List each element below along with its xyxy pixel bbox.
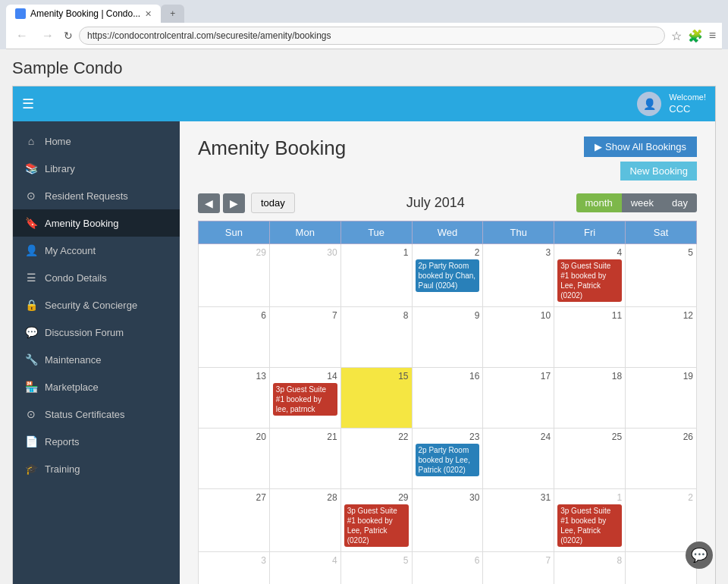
sidebar-label-reports: Reports: [45, 436, 80, 447]
day-number: 29: [202, 247, 266, 258]
day-number: 14: [273, 371, 337, 381]
show-all-bookings-button[interactable]: ▶ Show All Bookings: [584, 137, 697, 157]
cal-prev-button[interactable]: ◀: [198, 193, 220, 213]
refresh-button[interactable]: ↻: [64, 30, 73, 42]
day-number: 2: [629, 492, 693, 503]
table-cell: 15: [340, 368, 412, 429]
cal-event[interactable]: 2p Party Room booked by Lee, Patrick (02…: [416, 444, 480, 476]
training-icon: 🎓: [25, 463, 37, 475]
table-cell: 6: [199, 307, 270, 368]
cal-event[interactable]: 3p Guest Suite #1 booked by Lee, Patrick…: [557, 504, 622, 547]
view-toggle: monthweekday: [576, 193, 697, 212]
view-month-button[interactable]: month: [576, 193, 622, 212]
sidebar-item-library[interactable]: 📚Library: [13, 155, 180, 182]
day-number: 30: [273, 247, 337, 258]
status-certificates-icon: ⊙: [25, 408, 37, 420]
day-number: 2: [416, 247, 480, 258]
calendar-day-header: Thu: [483, 221, 554, 244]
table-cell: 3: [199, 552, 270, 585]
tab-close-button[interactable]: ✕: [145, 9, 152, 19]
cal-event[interactable]: 3p Guest Suite #1 booked by Lee, Patrick…: [344, 504, 409, 547]
sidebar-item-training[interactable]: 🎓Training: [13, 455, 180, 482]
table-cell: 13p Guest Suite #1 booked by Lee, Patric…: [554, 489, 626, 552]
table-cell: 1: [340, 244, 412, 307]
calendar-table: SunMonTueWedThuFriSat 2930122p Party Roo…: [198, 221, 697, 584]
extensions-icon[interactable]: 🧩: [688, 29, 703, 43]
day-number: 21: [273, 432, 337, 442]
sidebar-label-resident-requests: Resident Requests: [45, 190, 128, 202]
table-cell: 13: [199, 368, 270, 429]
header-buttons: ▶ Show All Bookings New Booking: [584, 137, 697, 181]
table-cell: 16: [412, 368, 483, 429]
today-button[interactable]: today: [251, 193, 295, 213]
day-number: 17: [486, 371, 551, 381]
maintenance-icon: 🔧: [25, 353, 37, 366]
cal-nav-group: ◀ ▶: [198, 193, 245, 213]
sidebar-item-maintenance[interactable]: 🔧Maintenance: [13, 346, 180, 373]
content-area: Amenity Booking ▶ Show All Bookings New …: [180, 121, 715, 584]
view-day-button[interactable]: day: [663, 193, 697, 212]
day-number: 1: [557, 492, 622, 503]
inactive-tab[interactable]: +: [161, 5, 184, 23]
sidebar-label-discussion-forum: Discussion Forum: [45, 327, 124, 338]
bookmark-icon[interactable]: ☆: [671, 29, 682, 43]
cal-event[interactable]: 3p Guest Suite #1 booked by lee, patrnck: [273, 383, 337, 416]
day-number: 22: [344, 432, 409, 442]
day-number: 3: [202, 555, 266, 566]
cal-event[interactable]: 3p Guest Suite #1 booked by Lee, Patrick…: [557, 259, 622, 302]
calendar-day-header: Tue: [340, 221, 412, 244]
sidebar-item-condo-details[interactable]: ☰Condo Details: [13, 264, 180, 291]
menu-icon[interactable]: ≡: [709, 29, 716, 43]
day-number: 31: [486, 492, 551, 503]
table-cell: 26: [626, 429, 697, 489]
discussion-forum-icon: 💬: [25, 326, 37, 338]
new-booking-button[interactable]: New Booking: [620, 162, 697, 181]
sidebar-item-status-certificates[interactable]: ⊙Status Certificates: [13, 400, 180, 428]
cal-event[interactable]: 2p Party Room booked by Chan, Paul (0204…: [416, 259, 480, 292]
sidebar-label-training: Training: [45, 463, 80, 475]
table-cell: 19: [626, 368, 697, 429]
sidebar-item-amenity-booking[interactable]: 🔖Amenity Booking: [13, 209, 180, 237]
welcome-label: Welcome!: [669, 92, 706, 102]
day-number: 7: [486, 555, 551, 566]
cal-next-button[interactable]: ▶: [223, 193, 245, 213]
table-cell: 31: [483, 489, 554, 552]
back-button[interactable]: ←: [12, 27, 32, 44]
main-layout: ⌂Home📚Library⊙Resident Requests🔖Amenity …: [13, 121, 715, 584]
sidebar-label-library: Library: [45, 163, 75, 174]
sidebar-item-resident-requests[interactable]: ⊙Resident Requests: [13, 182, 180, 209]
user-avatar: 👤: [637, 92, 661, 116]
sidebar-item-security-concierge[interactable]: 🔒Security & Concierge: [13, 291, 180, 319]
table-cell: 293p Guest Suite #1 booked by Lee, Patri…: [340, 489, 412, 552]
active-tab[interactable]: Amenity Booking | Condo... ✕: [6, 5, 161, 23]
table-cell: 10: [483, 307, 554, 368]
top-nav: ☰ 👤 Welcome! CCC: [13, 86, 715, 121]
hamburger-menu[interactable]: ☰: [22, 96, 34, 112]
day-number: 15: [344, 371, 409, 381]
home-icon: ⌂: [25, 135, 37, 147]
day-number: 4: [557, 247, 622, 258]
sidebar-label-condo-details: Condo Details: [45, 272, 107, 284]
table-cell: 20: [199, 429, 270, 489]
forward-button[interactable]: →: [38, 27, 58, 44]
site-title: Sample Condo: [12, 58, 716, 78]
table-cell: 2: [626, 489, 697, 552]
sidebar-item-reports[interactable]: 📄Reports: [13, 428, 180, 455]
sidebar-item-marketplace[interactable]: 🏪Marketplace: [13, 373, 180, 400]
sidebar-item-my-account[interactable]: 👤My Account: [13, 237, 180, 264]
sidebar-item-home[interactable]: ⌂Home: [13, 127, 180, 155]
table-cell: 8: [554, 552, 626, 585]
day-number: 26: [629, 432, 693, 442]
sidebar-item-discussion-forum[interactable]: 💬Discussion Forum: [13, 319, 180, 346]
tab-favicon: [15, 8, 26, 19]
table-cell: 12: [626, 307, 697, 368]
day-number: 23: [416, 432, 480, 442]
condo-details-icon: ☰: [25, 272, 37, 284]
view-week-button[interactable]: week: [622, 193, 663, 212]
table-cell: 22p Party Room booked by Chan, Paul (020…: [412, 244, 483, 307]
address-bar[interactable]: [79, 27, 665, 45]
chat-icon[interactable]: 💬: [686, 542, 713, 569]
day-number: 1: [344, 247, 409, 258]
day-number: 16: [416, 371, 480, 381]
day-number: 29: [344, 492, 409, 503]
